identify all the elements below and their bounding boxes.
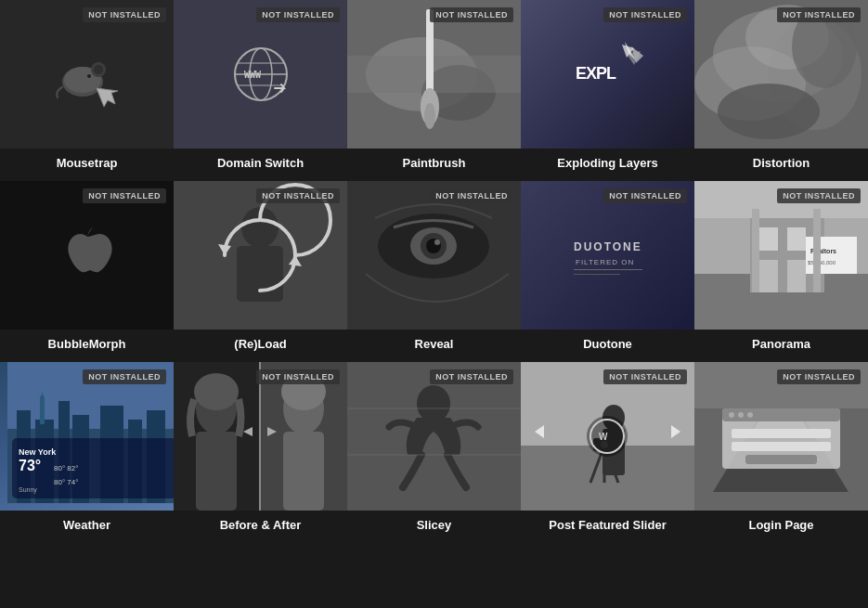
svg-point-18: [424, 103, 435, 129]
svg-rect-91: [347, 362, 521, 511]
plugin-name: Domain Switch: [217, 156, 304, 170]
svg-text:Sunny: Sunny: [19, 486, 37, 494]
plugin-name: BubbleMorph: [48, 337, 126, 351]
svg-text:FILTERED ON: FILTERED ON: [576, 258, 634, 266]
plugin-login-page[interactable]: NOT INSTALLED Login Page: [694, 362, 868, 543]
svg-rect-53: [759, 260, 778, 292]
svg-point-42: [434, 239, 440, 245]
svg-rect-83: [196, 432, 237, 511]
plugin-exploding-layers[interactable]: EXPL NOT INSTALLED Exploding Layers: [521, 0, 694, 181]
plugin-bubblemorph[interactable]: NOT INSTALLED BubbleMorph: [0, 181, 174, 362]
plugin-weather[interactable]: New York 73° 80° 82° 80° 74° Sunny NOT I…: [0, 362, 174, 543]
svg-rect-59: [752, 209, 759, 292]
svg-text:73°: 73°: [19, 458, 41, 473]
plugin-name: Distortion: [753, 156, 810, 170]
plugin-domain-switch[interactable]: WWW NOT INSTALLED Domain Switch: [174, 0, 347, 181]
plugin-name: Slicey: [417, 518, 452, 532]
plugin-mousetrap[interactable]: NOT INSTALLED Mousetrap: [0, 0, 174, 181]
plugin-paintbrush[interactable]: NOT INSTALLED Paintbrush: [347, 0, 521, 181]
svg-rect-86: [283, 432, 324, 511]
plugin-distortion[interactable]: NOT INSTALLED Distortion: [694, 0, 868, 181]
plugin-post-featured-slider[interactable]: W NOT INSTALLED Post Featured Slider: [521, 362, 694, 543]
svg-rect-46: [574, 274, 620, 275]
svg-text:80° 74°: 80° 74°: [54, 478, 78, 486]
svg-text:80° 82°: 80° 82°: [54, 464, 78, 472]
svg-point-4: [87, 74, 91, 78]
svg-rect-52: [787, 227, 806, 251]
svg-rect-120: [732, 429, 831, 438]
svg-text:DUOTONE: DUOTONE: [574, 240, 642, 253]
svg-point-119: [747, 412, 753, 418]
svg-text:WWW: WWW: [244, 70, 262, 80]
svg-text:EXPL: EXPL: [576, 64, 616, 83]
plugin-name: Panorama: [752, 337, 810, 351]
svg-point-87: [281, 373, 326, 410]
plugin-name: Before & After: [220, 518, 302, 532]
svg-rect-114: [694, 362, 868, 408]
plugin-reload[interactable]: NOT INSTALLED (Re)Load: [174, 181, 347, 362]
svg-rect-45: [574, 269, 642, 270]
svg-point-29: [792, 5, 857, 88]
plugin-reveal[interactable]: NOT INSTALLED Reveal: [347, 181, 521, 362]
plugin-panorama[interactable]: Realtors $5,250,000 NOT INSTALLED Panora…: [694, 181, 868, 362]
svg-point-118: [738, 412, 744, 418]
svg-rect-15: [347, 56, 521, 93]
svg-point-30: [718, 84, 820, 139]
svg-text:New York: New York: [19, 447, 57, 457]
svg-rect-60: [813, 209, 821, 292]
plugin-name: Post Featured Slider: [549, 518, 666, 532]
svg-text:W: W: [599, 432, 608, 442]
plugin-name: Exploding Layers: [557, 156, 657, 170]
plugin-name: Mousetrap: [57, 156, 118, 170]
plugin-name: Duotone: [583, 337, 632, 351]
svg-rect-54: [787, 260, 806, 292]
plugin-name: Login Page: [748, 518, 813, 532]
svg-marker-5: [97, 88, 118, 107]
plugin-before-after[interactable]: NOT INSTALLED Before & After: [174, 362, 347, 543]
plugin-grid: NOT INSTALLED Mousetrap WWW N: [0, 0, 868, 543]
plugin-name: (Re)Load: [234, 337, 286, 351]
plugin-name: Paintbrush: [403, 156, 466, 170]
svg-point-3: [94, 65, 103, 74]
svg-rect-121: [732, 442, 831, 451]
svg-point-84: [194, 373, 239, 410]
svg-rect-51: [759, 227, 778, 251]
svg-point-92: [417, 385, 450, 422]
svg-point-117: [729, 412, 734, 418]
svg-rect-33: [237, 246, 283, 302]
plugin-slicey[interactable]: NOT INSTALLED Slicey: [347, 362, 521, 543]
plugin-name: Weather: [63, 518, 110, 532]
svg-rect-58: [694, 181, 868, 218]
svg-text:$5,250,000: $5,250,000: [808, 260, 836, 265]
svg-rect-122: [745, 455, 817, 464]
plugin-duotone[interactable]: DUOTONE FILTERED ON NOT INSTALLED Duoton…: [521, 181, 694, 362]
plugin-name: Reveal: [415, 337, 454, 351]
